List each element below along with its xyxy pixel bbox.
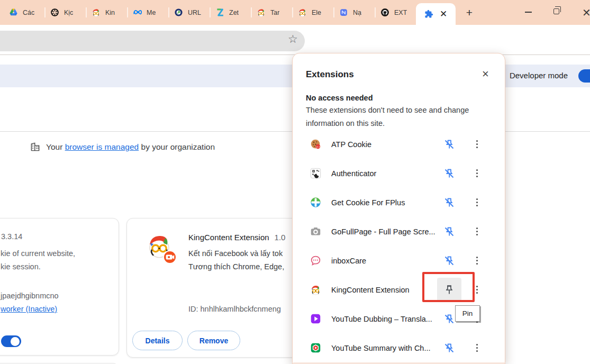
extension-menu-icon[interactable] bbox=[476, 286, 478, 294]
tab-label: Nạ bbox=[353, 9, 361, 16]
unpin-button[interactable] bbox=[437, 161, 461, 186]
managed-text: Your browser is managed by your organiza… bbox=[46, 142, 215, 152]
card-title: KingContent Extension1.0 bbox=[188, 233, 285, 242]
divider bbox=[293, 362, 505, 363]
tab-kịc[interactable]: Kịc bbox=[44, 0, 87, 25]
extension-row-gofullpage-full-page-scre: GoFullPage - Full Page Scre... bbox=[293, 217, 506, 246]
tab-label: Các bbox=[23, 9, 34, 16]
card-id: ID: hnhlhkamlhbckfcnmeng bbox=[188, 305, 281, 313]
extension-enabled-toggle[interactable] bbox=[1, 335, 21, 347]
developer-mode-toggle[interactable] bbox=[578, 69, 590, 83]
cookie-icon: v1.3 bbox=[310, 139, 321, 150]
puzzle-icon bbox=[424, 10, 433, 19]
tab-label: Kin bbox=[105, 9, 115, 16]
tab-tar[interactable]: Tar bbox=[251, 0, 293, 25]
organization-building-icon bbox=[30, 142, 40, 152]
extension-name: ATP Cookie bbox=[331, 140, 371, 149]
santa-icon bbox=[92, 8, 101, 17]
managed-banner: Your browser is managed by your organiza… bbox=[30, 142, 215, 152]
extension-name: GoFullPage - Full Page Scre... bbox=[331, 228, 435, 236]
extension-menu-icon[interactable] bbox=[476, 140, 478, 148]
unpin-button[interactable] bbox=[437, 132, 461, 157]
tab-label: Tar bbox=[270, 9, 279, 16]
unpin-button[interactable] bbox=[437, 249, 461, 273]
tab-extensions-active[interactable]: ✕ bbox=[416, 3, 456, 25]
extension-row-youtube-summary-with-ch: YouTube Summary with Ch... bbox=[293, 333, 506, 362]
tab-url[interactable]: URL bbox=[168, 0, 211, 25]
red-highlight-rectangle bbox=[422, 272, 475, 302]
card-id: jpaejdhgibnmcno bbox=[1, 292, 59, 300]
close-tab-icon[interactable]: ✕ bbox=[440, 10, 447, 19]
bookmark-star-icon[interactable]: ☆ bbox=[288, 33, 298, 46]
ytdub-icon bbox=[310, 313, 321, 324]
tab-bar: CácKịcKinMeURLZetTarEleNạEXT ✕ + ✕ bbox=[0, 0, 590, 25]
browser-toolbar: ☆ v1.3 bbox=[0, 25, 590, 55]
card-description: Kết nối Facebook và lấy tok bbox=[188, 249, 283, 258]
card-description: Tương thích Chrome, Edge, bbox=[188, 262, 284, 271]
meta-icon bbox=[133, 8, 142, 17]
window-restore-button[interactable] bbox=[553, 8, 559, 14]
extension-name: YouTube Summary with Ch... bbox=[331, 344, 431, 352]
tab-các[interactable]: Các bbox=[3, 0, 46, 25]
extension-name: YouTube Dubbing – Transla... bbox=[331, 315, 432, 323]
fplus-icon bbox=[310, 197, 321, 208]
urlico-icon bbox=[174, 8, 183, 17]
no-access-description: information on this site. bbox=[306, 119, 385, 128]
extension-row-atp-cookie: v1.3ATP Cookie bbox=[293, 130, 506, 159]
inboxcare-icon bbox=[310, 255, 321, 266]
extension-menu-icon[interactable] bbox=[476, 228, 478, 235]
unpin-button[interactable] bbox=[437, 190, 461, 215]
tab-nạ[interactable]: Nạ bbox=[333, 0, 376, 25]
authenticator-icon bbox=[310, 168, 321, 179]
browser-managed-link[interactable]: browser is managed bbox=[65, 142, 139, 151]
extension-menu-icon[interactable] bbox=[476, 198, 478, 206]
tab-ext[interactable]: EXT bbox=[375, 0, 417, 25]
zeta-icon bbox=[215, 8, 224, 17]
drive-icon bbox=[9, 8, 18, 17]
popup-close-icon[interactable]: × bbox=[482, 67, 489, 81]
card-description: kie of current website, bbox=[1, 249, 75, 258]
napp-icon bbox=[339, 8, 348, 17]
tab-me[interactable]: Me bbox=[127, 0, 169, 25]
camera-badge-icon bbox=[163, 250, 177, 264]
tab-label: Ele bbox=[312, 9, 321, 16]
developer-mode-label: Developer mode bbox=[510, 71, 568, 80]
extension-menu-icon[interactable] bbox=[476, 344, 478, 352]
tab-label: EXT bbox=[394, 9, 407, 16]
extension-row-inboxcare: inboxCare bbox=[293, 246, 506, 275]
address-bar[interactable] bbox=[0, 31, 305, 51]
extension-name: KingContent Extension bbox=[331, 286, 410, 294]
window-minimize-button[interactable] bbox=[525, 12, 532, 13]
santa-icon bbox=[310, 284, 321, 295]
tab-label: Zet bbox=[229, 9, 239, 16]
no-access-heading: No access needed bbox=[306, 94, 373, 102]
card-version: 3.3.14 bbox=[1, 232, 22, 241]
extension-menu-icon[interactable] bbox=[476, 257, 478, 265]
unpin-button[interactable] bbox=[437, 336, 461, 360]
remove-button[interactable]: Remove bbox=[187, 331, 240, 350]
new-tab-button[interactable]: + bbox=[462, 6, 476, 20]
extension-row-authenticator: Authenticator bbox=[293, 159, 506, 188]
popup-title: Extensions bbox=[306, 69, 354, 80]
tab-kin[interactable]: Kin bbox=[86, 0, 128, 25]
tab-zet[interactable]: Zet bbox=[210, 0, 252, 25]
camera-icon bbox=[310, 226, 321, 237]
tab-label: Kịc bbox=[64, 9, 73, 16]
youtube-summary-icon bbox=[310, 342, 321, 353]
extension-menu-icon[interactable] bbox=[476, 169, 478, 177]
tab-label: URL bbox=[188, 9, 201, 16]
details-button[interactable]: Details bbox=[132, 331, 183, 350]
chatgpt-icon bbox=[50, 8, 59, 17]
tab-ele[interactable]: Ele bbox=[292, 0, 334, 25]
extension-name: Get Cookie For FPlus bbox=[331, 198, 405, 207]
extension-card-left: 3.3.14 kie of current website, kie sessi… bbox=[0, 218, 119, 356]
service-worker-link[interactable]: worker (Inactive) bbox=[1, 305, 57, 313]
extension-name: Authenticator bbox=[331, 169, 376, 178]
card-description: kie session. bbox=[1, 262, 41, 271]
extension-name: inboxCare bbox=[331, 257, 366, 265]
unpin-button[interactable] bbox=[437, 220, 461, 244]
extension-row-get-cookie-for-fplus: Get Cookie For FPlus bbox=[293, 188, 506, 217]
window-close-button[interactable]: ✕ bbox=[582, 6, 590, 19]
santa-icon bbox=[257, 8, 266, 17]
svg-text:v1.3: v1.3 bbox=[316, 145, 320, 148]
